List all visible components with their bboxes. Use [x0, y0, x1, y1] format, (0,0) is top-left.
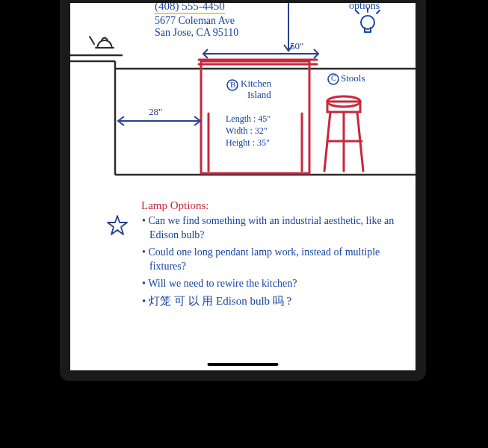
- bullet-1: Can we find something with an industrial…: [142, 214, 404, 243]
- dim-50: 50": [290, 40, 303, 52]
- dim-28: 28": [149, 106, 162, 118]
- tablet-frame: (408) 555-4450 5677 Coleman Ave San Jose…: [60, 0, 426, 381]
- address-line-1: 5677 Coleman Ave: [155, 15, 235, 27]
- note-canvas[interactable]: (408) 555-4450 5677 Coleman Ave San Jose…: [70, 3, 416, 370]
- bullet-2: Could one long pendant lamp work, instea…: [142, 246, 404, 274]
- bullet-3: Will we need to rewire the kitchen?: [142, 277, 404, 291]
- island-spec-height: Height : 35": [226, 137, 270, 149]
- lamp-options-heading: Lamp Options:: [141, 199, 209, 212]
- sketch-drawing: [70, 3, 416, 197]
- island-badge: B: [230, 80, 235, 89]
- svg-point-19: [361, 16, 374, 29]
- star-icon: [106, 214, 129, 237]
- island-title-1: Kitchen: [241, 78, 271, 90]
- phone-number[interactable]: (408) 555-4450: [155, 0, 225, 14]
- svg-marker-25: [108, 216, 127, 234]
- stools-badge: C: [331, 74, 336, 82]
- address-line-2: San Jose, CA 95110: [155, 27, 238, 39]
- home-indicator[interactable]: [208, 363, 279, 366]
- island-spec-length: Length : 45": [226, 113, 271, 125]
- island-title-2: Island: [247, 89, 271, 101]
- options-label: options: [349, 0, 380, 12]
- island-spec-width: Width : 32": [226, 125, 268, 137]
- bullet-4: 灯笼 可 以 用 Edison bulb 吗 ?: [142, 293, 404, 308]
- stools-label: Stools: [341, 72, 365, 84]
